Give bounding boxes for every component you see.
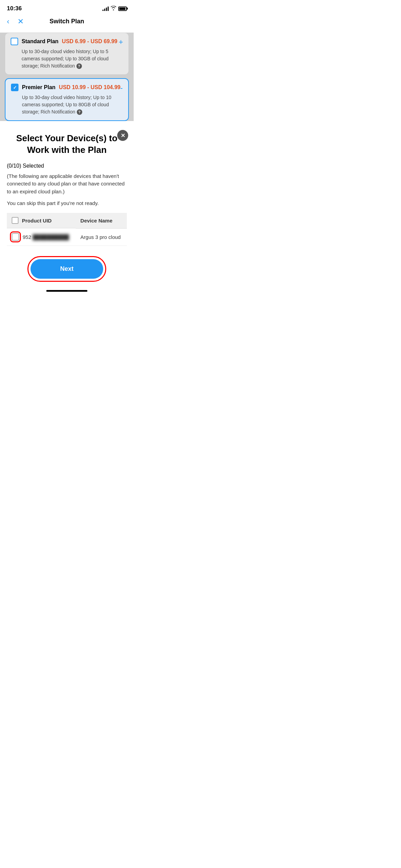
device-name-header: Device Name: [76, 213, 127, 228]
standard-plan-price: USD 6.99 - USD 69.99: [62, 38, 118, 45]
next-button-area: Next: [7, 256, 127, 287]
next-button[interactable]: Next: [31, 259, 103, 279]
device-table: Product UID Device Name 952 ██████████ A…: [7, 213, 127, 246]
premier-plan-name: Premier Plan: [22, 84, 56, 91]
sheet-title: Select Your Device(s) to Work with the P…: [7, 133, 127, 156]
row-select-checkbox[interactable]: [12, 233, 19, 241]
sheet-dismiss-button[interactable]: ✕: [117, 130, 128, 141]
standard-plan-name: Standard Plan: [22, 38, 59, 45]
nav-header: ‹ ✕ Switch Plan: [0, 15, 134, 29]
product-uid-header: Product UID: [7, 213, 76, 228]
next-button-highlight: Next: [27, 256, 106, 282]
standard-plan-checkbox[interactable]: [11, 38, 18, 45]
premier-plan-description: Up to 30-day cloud video history; Up to …: [22, 94, 123, 116]
premier-plan-checkbox[interactable]: [11, 84, 19, 91]
back-button[interactable]: ‹: [5, 16, 11, 27]
standard-plan-description: Up to 30-day cloud video history; Up to …: [22, 48, 123, 70]
nav-left-buttons: ‹ ✕: [5, 16, 25, 27]
table-header-row: Product UID Device Name: [7, 213, 127, 228]
status-icons: [102, 6, 127, 11]
standard-plan-expand-icon[interactable]: +: [119, 38, 123, 47]
row-checkbox-wrap: 952 ██████████: [12, 233, 71, 241]
battery-icon: [118, 7, 127, 11]
select-all-checkbox[interactable]: [12, 217, 19, 224]
home-bar: [46, 290, 87, 292]
sheet-note: (The following are applicable devices th…: [7, 172, 127, 196]
table-row: 952 ██████████ Argus 3 pro cloud: [7, 228, 127, 246]
selected-count: (0/10) Selected: [7, 163, 127, 169]
product-uid-blurred: ██████████: [33, 234, 69, 240]
status-time: 10:36: [7, 5, 22, 12]
wifi-icon: [111, 6, 116, 11]
page-title: Switch Plan: [49, 18, 84, 25]
premier-plan-collapse-icon[interactable]: -: [120, 84, 123, 93]
standard-plan-help-icon[interactable]: ?: [76, 63, 82, 69]
status-bar: 10:36: [0, 0, 134, 15]
signal-icon: [102, 6, 109, 11]
device-name-cell: Argus 3 pro cloud: [76, 228, 127, 246]
close-button[interactable]: ✕: [16, 16, 25, 27]
premier-plan-card[interactable]: Premier Plan USD 10.99 - USD 104.99 - Up…: [5, 78, 129, 121]
home-indicator: [7, 287, 127, 294]
premier-plan-help-icon[interactable]: ?: [77, 109, 82, 115]
back-arrow-icon: ‹: [7, 17, 9, 26]
close-x-icon: ✕: [17, 17, 24, 26]
plans-area: Standard Plan USD 6.99 - USD 69.99 + Up …: [0, 33, 134, 121]
product-uid-value: 952 ██████████: [23, 234, 69, 240]
bottom-sheet: ✕ Select Your Device(s) to Work with the…: [0, 124, 134, 294]
premier-plan-price: USD 10.99 - USD 104.99: [59, 84, 121, 91]
product-uid-cell: 952 ██████████: [7, 228, 76, 246]
standard-plan-card[interactable]: Standard Plan USD 6.99 - USD 69.99 + Up …: [5, 33, 129, 75]
standard-plan-header: Standard Plan USD 6.99 - USD 69.99: [11, 38, 123, 45]
premier-plan-header: Premier Plan USD 10.99 - USD 104.99: [11, 84, 123, 91]
skip-note: You can skip this part if you're not rea…: [7, 200, 127, 206]
